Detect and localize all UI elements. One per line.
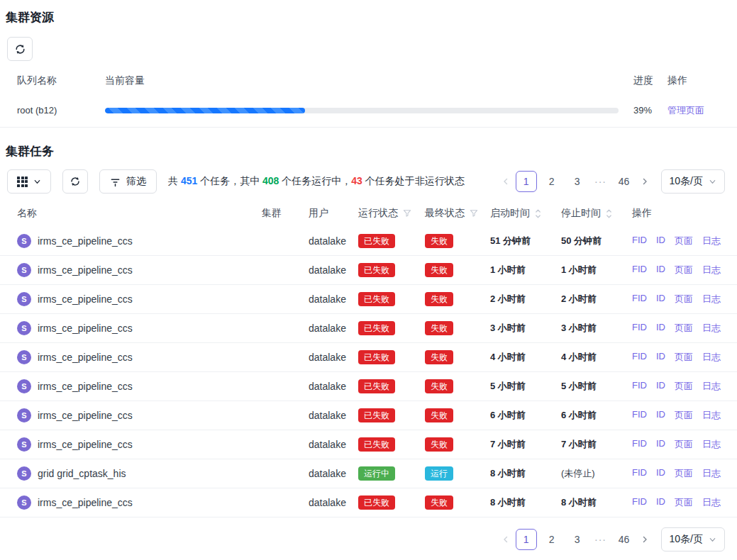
chevron-left-icon [502, 178, 509, 185]
log-link[interactable]: 日志 [702, 380, 721, 393]
page-link[interactable]: 页面 [675, 409, 693, 422]
avatar: S [17, 379, 31, 393]
column-header-start-time: 启动时间 [490, 207, 530, 220]
cluster-badge: b12 [262, 495, 287, 510]
funnel-icon[interactable] [470, 209, 478, 218]
chevron-left-icon [502, 536, 509, 543]
final-status-badge: 失败 [425, 495, 453, 510]
log-link[interactable]: 日志 [702, 438, 721, 451]
fid-link[interactable]: FID [632, 380, 647, 393]
final-status-badge: 失败 [425, 437, 453, 452]
pagination-ellipsis[interactable]: ··· [590, 534, 611, 545]
stop-time: 3 小时前 [561, 322, 632, 335]
cluster-badge: b12 [262, 234, 287, 248]
filter-button[interactable]: 筛选 [99, 169, 157, 194]
log-link[interactable]: 日志 [702, 322, 721, 335]
log-link[interactable]: 日志 [702, 293, 721, 306]
pagination-next-button[interactable] [637, 528, 653, 551]
page-link[interactable]: 页面 [675, 264, 693, 276]
id-link[interactable]: ID [656, 351, 665, 364]
user-name: datalake [309, 468, 358, 479]
pagination-prev-button[interactable] [498, 170, 514, 193]
sort-icon[interactable] [535, 208, 541, 219]
log-link[interactable]: 日志 [702, 496, 721, 509]
id-link[interactable]: ID [656, 322, 665, 335]
run-status-badge: 已失败 [358, 234, 395, 248]
funnel-icon[interactable] [403, 209, 411, 218]
fid-link[interactable]: FID [632, 438, 647, 451]
user-name: datalake [309, 323, 358, 334]
column-header-user: 用户 [309, 207, 358, 220]
id-link[interactable]: ID [656, 293, 665, 306]
start-time: 7 小时前 [490, 438, 561, 451]
page-size-select[interactable]: 10条/页 [661, 527, 725, 551]
final-status-badge: 失败 [425, 379, 453, 393]
page-link[interactable]: 页面 [675, 496, 693, 509]
manage-page-link[interactable]: 管理页面 [667, 105, 704, 116]
pagination-bottom: 123···4610条/页 [498, 527, 725, 551]
page-link[interactable]: 页面 [675, 380, 693, 393]
page-link[interactable]: 页面 [675, 293, 693, 306]
summary-text: 个任务处于非运行状态 [362, 175, 465, 186]
layout-button[interactable] [7, 169, 51, 194]
sort-icon[interactable] [606, 208, 612, 219]
cluster-badge: b12 [262, 408, 287, 422]
fid-link[interactable]: FID [632, 235, 647, 247]
log-link[interactable]: 日志 [702, 467, 721, 480]
fid-link[interactable]: FID [632, 322, 647, 335]
log-link[interactable]: 日志 [702, 409, 721, 422]
log-link[interactable]: 日志 [702, 351, 721, 364]
log-link[interactable]: 日志 [702, 264, 721, 276]
task-name: irms_ce_pipeline_ccs [38, 352, 133, 363]
page-link[interactable]: 页面 [675, 235, 693, 247]
id-link[interactable]: ID [656, 438, 665, 451]
page-button-3[interactable]: 3 [567, 171, 588, 192]
page-link[interactable]: 页面 [675, 351, 693, 364]
pagination-next-button[interactable] [637, 170, 653, 193]
page-button-2[interactable]: 2 [541, 171, 563, 192]
avatar: S [17, 466, 31, 481]
id-link[interactable]: ID [656, 264, 665, 276]
fid-link[interactable]: FID [632, 264, 647, 276]
id-link[interactable]: ID [656, 380, 665, 393]
id-link[interactable]: ID [656, 409, 665, 422]
id-link[interactable]: ID [656, 235, 665, 247]
page-link[interactable]: 页面 [675, 467, 693, 480]
pagination-ellipsis[interactable]: ··· [590, 176, 611, 187]
user-name: datalake [309, 497, 358, 508]
fid-link[interactable]: FID [632, 293, 647, 306]
chevron-down-icon [33, 178, 41, 186]
page-link[interactable]: 页面 [675, 438, 693, 451]
log-link[interactable]: 日志 [702, 235, 721, 247]
user-name: datalake [309, 352, 358, 363]
page-button-2[interactable]: 2 [541, 529, 563, 550]
cluster-badge: b12 [262, 263, 287, 277]
id-link[interactable]: ID [656, 496, 665, 509]
page-button-46[interactable]: 46 [614, 529, 635, 550]
page-button-1[interactable]: 1 [516, 529, 537, 550]
task-table-body: S irms_ce_pipeline_ccs b12 datalake 已失败 … [0, 227, 737, 517]
total-count: 451 [181, 175, 197, 186]
fid-link[interactable]: FID [632, 409, 647, 422]
id-link[interactable]: ID [656, 467, 665, 480]
page-size-select[interactable]: 10条/页 [661, 169, 725, 194]
stop-time: 2 小时前 [561, 293, 632, 306]
fid-link[interactable]: FID [632, 351, 647, 364]
user-name: datalake [309, 235, 358, 247]
tasks-refresh-button[interactable] [62, 169, 88, 194]
summary-text: 个任务运行中， [279, 175, 351, 186]
user-name: datalake [309, 381, 358, 392]
run-status-badge: 已失败 [358, 263, 395, 277]
fid-link[interactable]: FID [632, 496, 647, 509]
task-name: grid grid_cptask_his [38, 468, 126, 479]
pagination-prev-button[interactable] [498, 528, 514, 551]
column-header-final-status: 最终状态 [425, 207, 465, 220]
page-button-3[interactable]: 3 [567, 529, 588, 550]
page-button-46[interactable]: 46 [614, 171, 635, 192]
fid-link[interactable]: FID [632, 467, 647, 480]
run-status-badge: 已失败 [358, 379, 395, 393]
avatar: S [17, 292, 31, 306]
page-link[interactable]: 页面 [675, 322, 693, 335]
resources-refresh-button[interactable] [7, 37, 33, 61]
page-button-1[interactable]: 1 [516, 171, 537, 192]
